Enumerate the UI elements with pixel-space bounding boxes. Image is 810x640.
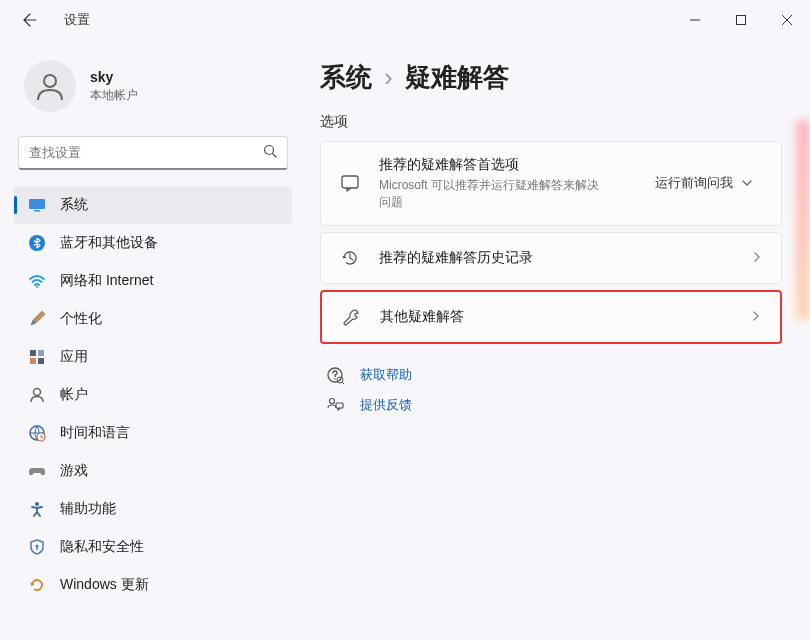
display-icon (28, 196, 46, 214)
svg-point-6 (36, 286, 38, 288)
search-icon (263, 144, 277, 162)
minimize-icon (690, 15, 700, 25)
sidebar-item-label: 蓝牙和其他设备 (60, 234, 158, 252)
help-links: 获取帮助 提供反馈 (320, 360, 782, 420)
highlighted-card-other: 其他疑难解答 (320, 290, 782, 344)
sidebar-item-label: 游戏 (60, 462, 88, 480)
sidebar-item-gaming[interactable]: 游戏 (14, 452, 292, 490)
sidebar-item-system[interactable]: 系统 (14, 186, 292, 224)
card-title: 其他疑难解答 (380, 308, 732, 326)
card-other-troubleshoot: 其他疑难解答 (322, 292, 780, 342)
svg-rect-17 (342, 176, 358, 188)
maximize-icon (736, 15, 746, 25)
card-subtitle: Microsoft 可以推荐并运行疑难解答来解决问题 (379, 177, 599, 211)
bluetooth-icon (28, 234, 46, 252)
feedback-icon (326, 396, 344, 414)
maximize-button[interactable] (718, 4, 764, 36)
nav-list: 系统 蓝牙和其他设备 网络和 Internet 个性化 应用 帐户 (14, 186, 292, 604)
window-controls (672, 4, 810, 36)
sidebar-item-label: 个性化 (60, 310, 102, 328)
sidebar-item-personalization[interactable]: 个性化 (14, 300, 292, 338)
card-title: 推荐的疑难解答历史记录 (379, 249, 733, 267)
dropdown-run-before-ask[interactable]: 运行前询问我 (645, 168, 763, 198)
chevron-right-icon (751, 249, 763, 267)
svg-rect-9 (30, 358, 36, 364)
card-other-row[interactable]: 其他疑难解答 (322, 292, 780, 342)
sidebar-item-label: 应用 (60, 348, 88, 366)
globe-clock-icon (28, 424, 46, 442)
wrench-icon (340, 306, 362, 328)
titlebar: 设置 (0, 0, 810, 40)
help-link-text: 获取帮助 (360, 366, 412, 384)
sidebar: sky 本地帐户 系统 蓝牙和其他设备 网络和 Internet (0, 40, 300, 640)
accessibility-icon (28, 500, 46, 518)
svg-rect-7 (30, 350, 36, 356)
sidebar-item-label: 网络和 Internet (60, 272, 153, 290)
card-title: 推荐的疑难解答首选项 (379, 156, 627, 174)
svg-point-21 (330, 398, 335, 403)
svg-point-11 (34, 389, 41, 396)
close-icon (782, 15, 792, 25)
svg-rect-8 (38, 350, 44, 356)
wifi-icon (28, 272, 46, 290)
svg-rect-16 (36, 547, 37, 550)
sidebar-item-bluetooth[interactable]: 蓝牙和其他设备 (14, 224, 292, 262)
app-title: 设置 (64, 11, 90, 29)
card-history: 推荐的疑难解答历史记录 (320, 232, 782, 284)
username: sky (90, 69, 138, 85)
svg-rect-3 (29, 199, 45, 209)
feedback-link[interactable]: 提供反馈 (320, 390, 782, 420)
breadcrumb-current: 疑难解答 (405, 60, 509, 95)
sidebar-item-network[interactable]: 网络和 Internet (14, 262, 292, 300)
card-recommended-prefs: 推荐的疑难解答首选项 Microsoft 可以推荐并运行疑难解答来解决问题 运行… (320, 141, 782, 226)
help-icon (326, 366, 344, 384)
gamepad-icon (28, 462, 46, 480)
sidebar-item-label: 辅助功能 (60, 500, 116, 518)
svg-rect-4 (34, 210, 40, 212)
svg-point-1 (44, 75, 56, 87)
sidebar-item-privacy[interactable]: 隐私和安全性 (14, 528, 292, 566)
chevron-down-icon (741, 177, 753, 189)
back-button[interactable] (20, 10, 40, 30)
sidebar-item-accounts[interactable]: 帐户 (14, 376, 292, 414)
sidebar-item-apps[interactable]: 应用 (14, 338, 292, 376)
svg-rect-10 (38, 358, 44, 364)
search-box[interactable] (18, 136, 288, 170)
sidebar-item-windows-update[interactable]: Windows 更新 (14, 566, 292, 604)
history-icon (339, 247, 361, 269)
sidebar-item-time-language[interactable]: 时间和语言 (14, 414, 292, 452)
sidebar-item-label: 隐私和安全性 (60, 538, 144, 556)
update-icon (28, 576, 46, 594)
sidebar-item-label: 帐户 (60, 386, 88, 404)
card-history-row[interactable]: 推荐的疑难解答历史记录 (321, 233, 781, 283)
minimize-button[interactable] (672, 4, 718, 36)
content: 系统 › 疑难解答 选项 推荐的疑难解答首选项 Microsoft 可以推荐并运… (300, 40, 810, 640)
shield-icon (28, 538, 46, 556)
svg-rect-0 (737, 16, 746, 25)
account-type: 本地帐户 (90, 87, 138, 104)
breadcrumb: 系统 › 疑难解答 (320, 60, 782, 95)
sidebar-item-label: 系统 (60, 196, 88, 214)
get-help-link[interactable]: 获取帮助 (320, 360, 782, 390)
card-recommended-prefs-row[interactable]: 推荐的疑难解答首选项 Microsoft 可以推荐并运行疑难解答来解决问题 运行… (321, 142, 781, 225)
search-input[interactable] (29, 145, 263, 160)
svg-rect-22 (336, 403, 343, 408)
breadcrumb-parent[interactable]: 系统 (320, 60, 372, 95)
brush-icon (28, 310, 46, 328)
dropdown-label: 运行前询问我 (655, 174, 733, 192)
chevron-right-icon (750, 308, 762, 326)
chat-icon (339, 172, 361, 194)
account-icon (28, 386, 46, 404)
svg-point-19 (334, 378, 336, 380)
sidebar-item-accessibility[interactable]: 辅助功能 (14, 490, 292, 528)
apps-icon (28, 348, 46, 366)
svg-point-14 (35, 502, 39, 506)
close-button[interactable] (764, 4, 810, 36)
avatar (24, 60, 76, 112)
user-block[interactable]: sky 本地帐户 (14, 50, 292, 130)
arrow-left-icon (22, 12, 38, 28)
sidebar-item-label: 时间和语言 (60, 424, 130, 442)
section-label: 选项 (320, 113, 782, 131)
sidebar-item-label: Windows 更新 (60, 576, 149, 594)
help-link-text: 提供反馈 (360, 396, 412, 414)
